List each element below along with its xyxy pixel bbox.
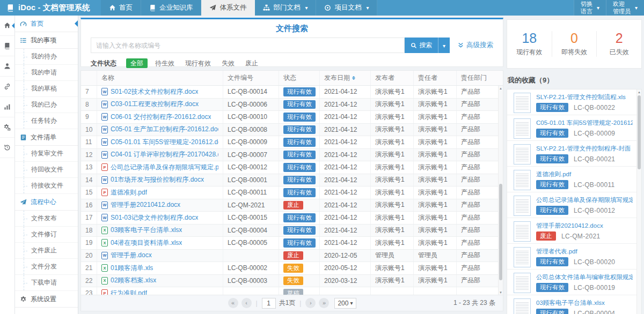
- document-thumbnail[interactable]: [514, 144, 531, 165]
- scroll-down-icon[interactable]: ▼: [499, 290, 503, 295]
- table-row[interactable]: 10WC05-01 生产加工控制程序-201612.docxLC-QB-0000…: [81, 124, 503, 137]
- column-header-状态[interactable]: 状态: [279, 71, 320, 85]
- sidebar-item-流程中心[interactable]: 流程中心: [15, 194, 78, 211]
- favorite-file-link[interactable]: SLY-P2.21-管理文件控制流程.xls: [536, 93, 633, 102]
- page-size-select[interactable]: 200: [334, 298, 356, 309]
- prev-page-button[interactable]: ‹: [241, 298, 252, 308]
- table-row[interactable]: 17WS01-03记录文件控制程序.docxLC-QB-00015现行有效202…: [81, 212, 503, 225]
- file-link[interactable]: W管理手册.docx: [101, 251, 152, 260]
- rail-item-user[interactable]: [0, 56, 14, 77]
- user-menu[interactable]: 欢迎管理员: [606, 0, 644, 16]
- favorite-item[interactable]: 道德准则.pdf现行有效LC-QB-00011: [507, 167, 641, 192]
- search-options-button[interactable]: [438, 38, 450, 53]
- app-logo[interactable]: iDoc - 文档管理系统: [0, 0, 101, 16]
- file-link[interactable]: WS01-02技术文件控制程序.docx: [101, 87, 198, 96]
- status-filter-现行有效[interactable]: 现行有效: [185, 59, 211, 67]
- table-row[interactable]: 16W管理手册20210412.docxLC-QM-2021废止2021-04-…: [81, 199, 503, 212]
- table-row[interactable]: 14W01市场开发与报价控制程序.docxLC-QB-00001现行有效2021…: [81, 174, 503, 187]
- table-row[interactable]: 8WC03-01工程更改控制程序.docxLC-QB-00006现行有效2021…: [81, 99, 503, 111]
- favorite-file-link[interactable]: 公司总记录清单及保存期限填写规定.pdf: [536, 196, 633, 205]
- sidebar-subitem-文件发布[interactable]: 文件发布: [15, 211, 78, 227]
- favorite-file-link[interactable]: 管理手册20210412.docx: [536, 221, 633, 230]
- column-header-责任部门[interactable]: 责任部门: [457, 71, 503, 85]
- table-row[interactable]: 12WC04-01 订单评审控制程序-20170428.docxLC-QB-00…: [81, 149, 503, 162]
- sidebar-subitem-文件废止[interactable]: 文件废止: [15, 243, 78, 259]
- sidebar-item-我的事项[interactable]: 我的事项: [15, 32, 78, 49]
- first-page-button[interactable]: «: [228, 298, 238, 308]
- table-row[interactable]: 7WS01-02技术文件控制程序.docxLC-QB-00014现行有效2021…: [81, 86, 503, 99]
- rail-item-gears[interactable]: [0, 117, 14, 138]
- table-row[interactable]: 11WC05-01.01 车间5S管理规定-201612.docLC-QB-00…: [81, 136, 503, 149]
- favorite-file-link[interactable]: SLY-P2.21-管理文件控制程序-封面 1.1.docx: [536, 144, 633, 153]
- table-row[interactable]: 19X04潜在项目资料清单.xlsxLC-QB-00005现行有效2021-04…: [81, 237, 503, 250]
- document-thumbnail[interactable]: [514, 196, 531, 216]
- document-thumbnail[interactable]: [514, 170, 531, 190]
- table-row[interactable]: 20W管理手册.docx废止2020-12-05管理员管理员产品部: [81, 250, 503, 263]
- status-filter-全部[interactable]: 全部: [126, 58, 148, 68]
- favorite-item[interactable]: 管理手册20210412.docx废止LC-QM-2021: [507, 218, 641, 244]
- file-link[interactable]: X02顾客档案.xlsx: [101, 276, 156, 285]
- sidebar-subitem-待接收文件[interactable]: 待接收文件: [15, 178, 78, 194]
- sidebar-subitem-我的草稿[interactable]: 我的草稿: [15, 81, 78, 97]
- file-link[interactable]: WC05-01 生产加工控制程序-201612.docx: [101, 125, 218, 134]
- file-link[interactable]: W管理手册20210412.docx: [101, 200, 180, 210]
- favorite-file-link[interactable]: 03顾客电子平台清单.xlsx: [536, 298, 633, 308]
- nav-item-circleo[interactable]: 项目文档: [316, 0, 377, 16]
- sidebar-subitem-任务转办[interactable]: 任务转办: [15, 113, 78, 129]
- scroll-up-icon[interactable]: ▲: [637, 89, 641, 94]
- table-row[interactable]: 18X03顾客电子平台清单.xlsxLC-QB-00004现行有效2021-04…: [81, 225, 503, 237]
- favorite-file-link[interactable]: 公司总体文件清单与编审批权限规定.pdf: [536, 273, 633, 282]
- status-filter-废止[interactable]: 废止: [245, 59, 258, 67]
- sidebar-subitem-我的申请[interactable]: 我的申请: [15, 65, 78, 81]
- favorite-item[interactable]: 公司总记录清单及保存期限填写规定.pdf现行有效LC-QB-00012: [507, 192, 641, 218]
- file-link[interactable]: P道德准则.pdf: [101, 188, 147, 197]
- rail-item-chart[interactable]: [0, 97, 14, 117]
- favorites-scrollbar[interactable]: ▲ ▼: [636, 89, 641, 314]
- sidebar-subitem-下载申请[interactable]: 下载申请: [15, 275, 78, 291]
- status-filter-待生效[interactable]: 待生效: [155, 59, 174, 67]
- file-link[interactable]: W01市场开发与报价控制程序.docx: [101, 175, 204, 184]
- nav-item-sitemap[interactable]: 部门文档: [255, 0, 316, 16]
- favorite-item[interactable]: SLY-P2.21-管理文件控制程序-封面 1.1.docx现行有效LC-QB-…: [507, 141, 641, 167]
- next-page-button[interactable]: ›: [305, 298, 316, 308]
- column-header-名称[interactable]: 名称: [97, 71, 223, 85]
- table-row[interactable]: 21X01顾客清单.xlsLC-QB-00002失效2020-05-12演示账号…: [81, 262, 503, 275]
- nav-item-send[interactable]: 体系文件: [201, 0, 255, 16]
- file-link[interactable]: WS01-03记录文件控制程序.docx: [101, 213, 198, 222]
- sidebar-subitem-文件修订[interactable]: 文件修订: [15, 227, 78, 243]
- document-thumbnail[interactable]: [514, 273, 531, 293]
- file-link[interactable]: WC04-01 订单评审控制程序-20170428.docx: [101, 150, 218, 159]
- table-row[interactable]: 13P公司总记录清单及保存期限填写规定.pdfLC-QB-00012现行有效20…: [81, 161, 503, 174]
- sidebar-item-系统设置[interactable]: 系统设置: [15, 291, 78, 308]
- file-link[interactable]: WC03-01工程更改控制程序.docx: [101, 100, 199, 109]
- sidebar-item-文件清单[interactable]: 文件清单: [15, 129, 78, 146]
- search-button[interactable]: 搜索: [405, 38, 438, 53]
- rail-item-book[interactable]: [0, 36, 14, 56]
- rail-item-link[interactable]: [0, 77, 14, 97]
- file-link[interactable]: P行为准则.pdf: [101, 289, 147, 295]
- sort-icon[interactable]: [352, 74, 355, 82]
- favorite-file-link[interactable]: C05-01.01 车间5S管理规定-201612.doc: [536, 118, 633, 128]
- favorite-item[interactable]: SLY-P2.21-管理文件控制流程.xls现行有效LC-QB-00022: [507, 89, 641, 115]
- nav-item-book[interactable]: 企业知识库: [141, 0, 202, 16]
- table-row[interactable]: 23P行为准则.pdf草稿: [81, 287, 503, 295]
- table-row[interactable]: 22X02顾客档案.xlsxLC-QB-00003失效2020-03-12演示账…: [81, 275, 503, 288]
- advanced-search-link[interactable]: 高级搜索: [457, 38, 493, 53]
- favorite-file-link[interactable]: 管理者代表.pdf: [536, 247, 633, 256]
- favorite-item[interactable]: 03顾客电子平台清单.xlsx现行有效LC-QB-00004: [507, 295, 641, 314]
- document-thumbnail[interactable]: [514, 118, 531, 139]
- rail-item-home[interactable]: [0, 16, 14, 36]
- document-thumbnail[interactable]: [514, 247, 531, 267]
- scrollbar-thumb[interactable]: [638, 95, 641, 169]
- nav-item-home[interactable]: 首页: [101, 0, 141, 16]
- favorite-file-link[interactable]: 道德准则.pdf: [536, 170, 633, 179]
- sidebar-subitem-我的待办[interactable]: 我的待办: [15, 49, 78, 65]
- document-thumbnail[interactable]: [514, 298, 531, 314]
- sidebar-subitem-待复审文件[interactable]: 待复审文件: [15, 146, 78, 162]
- sidebar-subitem-我的已办[interactable]: 我的已办: [15, 97, 78, 113]
- favorite-item[interactable]: 公司总体文件清单与编审批权限规定.pdf现行有效LC-QB-00019: [507, 270, 641, 295]
- page-number-input[interactable]: 1: [262, 298, 276, 309]
- scroll-up-icon[interactable]: ▲: [499, 86, 503, 91]
- document-thumbnail[interactable]: [514, 221, 531, 242]
- sidebar-subitem-待回收文件[interactable]: 待回收文件: [15, 162, 78, 178]
